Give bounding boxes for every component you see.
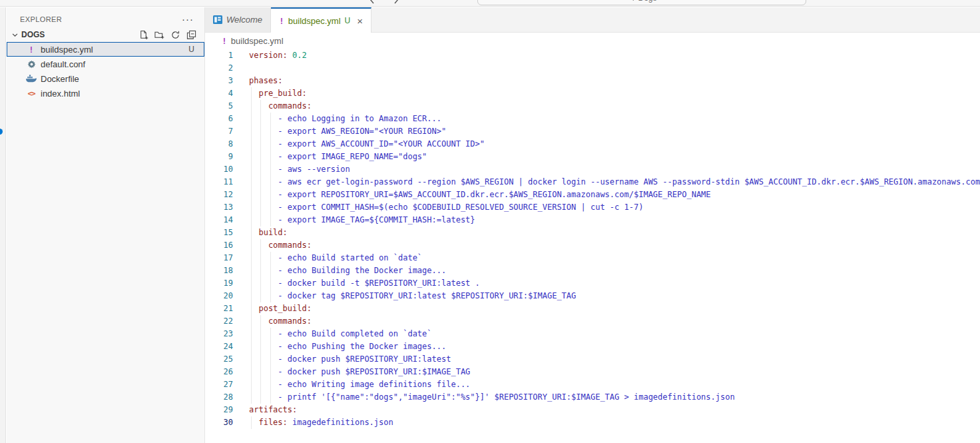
code-line-content: artifacts: — [249, 404, 297, 416]
line-number: 15 — [205, 226, 233, 239]
line-number: 26 — [205, 366, 233, 378]
code-editor[interactable]: 1version: 0.223phases:4 pre_build:5 comm… — [205, 49, 980, 443]
code-line[interactable]: 8 - export AWS_ACCOUNT_ID="<YOUR ACCOUNT… — [205, 138, 980, 151]
code-line[interactable]: 5 commands: — [205, 100, 980, 113]
new-folder-icon[interactable] — [154, 30, 164, 40]
code-line-content: - echo Writing image definitions file... — [249, 378, 470, 391]
indent-guide — [251, 416, 252, 429]
collapse-all-icon[interactable] — [186, 30, 196, 40]
explorer-sidebar: EXPLORER ··· DOGS !buildspec.ymlUdefault… — [7, 7, 205, 443]
file-item-index.html[interactable]: <>index.html — [7, 86, 204, 101]
code-line[interactable]: 3phases: — [205, 75, 980, 87]
code-line[interactable]: 2 — [205, 62, 980, 75]
welcome-icon — [213, 15, 222, 24]
indent-guide — [251, 113, 252, 125]
code-line[interactable]: 27 - echo Writing image definitions file… — [205, 378, 980, 391]
nav-forward-icon[interactable] — [391, 0, 401, 6]
tab-label: buildspec.yml — [288, 16, 341, 26]
code-line[interactable]: 18 - echo Building the Docker image... — [205, 264, 980, 277]
indent-guide — [251, 201, 252, 214]
code-line[interactable]: 9 - export IMAGE_REPO_NAME="dogs" — [205, 151, 980, 163]
code-line[interactable]: 20 - docker tag $REPOSITORY_URI:latest $… — [205, 290, 980, 302]
indent-guide — [260, 201, 261, 214]
line-number: 19 — [205, 277, 233, 290]
code-line-content: - export IMAGE_TAG=${COMMIT_HASH:=latest… — [249, 214, 475, 226]
indent-guide — [260, 391, 261, 404]
code-line-content: - printf '[{"name":"dogs","imageUri":"%s… — [249, 391, 735, 404]
code-line[interactable]: 4 pre_build: — [205, 87, 980, 100]
indent-guide — [251, 252, 252, 264]
tab-strip: Welcome!buildspec.ymlU× — [205, 7, 980, 33]
code-line[interactable]: 19 - docker build -t $REPOSITORY_URI:lat… — [205, 277, 980, 290]
breadcrumb[interactable]: ! buildspec.yml — [205, 33, 980, 49]
file-item-default.conf[interactable]: default.conf — [7, 57, 204, 71]
indent-guide — [260, 378, 261, 391]
file-label: default.conf — [41, 59, 85, 69]
code-line-content: - aws ecr get-login-password --region $A… — [249, 176, 980, 189]
line-number: 4 — [205, 87, 233, 100]
line-number: 6 — [205, 113, 233, 125]
indent-guide — [270, 151, 271, 163]
line-number: 12 — [205, 189, 233, 201]
indent-guide — [251, 151, 252, 163]
code-line[interactable]: 14 - export IMAGE_TAG=${COMMIT_HASH:=lat… — [205, 214, 980, 226]
code-line[interactable]: 29artifacts: — [205, 404, 980, 416]
code-line[interactable]: 16 commands: — [205, 239, 980, 252]
code-line[interactable]: 6 - echo Logging in to Amazon ECR... — [205, 113, 980, 125]
code-line[interactable]: 11 - aws ecr get-login-password --region… — [205, 176, 980, 189]
code-line-content: build: — [249, 226, 288, 239]
code-line[interactable]: 7 - export AWS_REGION="<YOUR REGION>" — [205, 125, 980, 138]
line-number: 27 — [205, 378, 233, 391]
indent-guide — [260, 113, 261, 125]
code-line[interactable]: 17 - echo Build started on `date` — [205, 252, 980, 264]
code-line[interactable]: 21 post_build: — [205, 302, 980, 315]
indent-guide — [251, 239, 252, 252]
command-center-search[interactable]: Dogs — [477, 0, 806, 5]
new-file-icon[interactable] — [138, 30, 148, 40]
line-number: 7 — [205, 125, 233, 138]
file-item-Dockerfile[interactable]: Dockerfile — [7, 71, 204, 86]
refresh-icon[interactable] — [170, 30, 180, 40]
line-number: 18 — [205, 264, 233, 277]
code-line-content: pre_build: — [249, 87, 307, 100]
code-line-content: - aws --version — [249, 163, 350, 176]
folder-row-dogs[interactable]: DOGS — [7, 27, 204, 42]
file-item-buildspec.yml[interactable]: !buildspec.ymlU — [7, 42, 204, 57]
tab-welcome[interactable]: Welcome — [205, 7, 271, 32]
code-line[interactable]: 10 - aws --version — [205, 163, 980, 176]
explorer-more-actions-icon[interactable]: ··· — [182, 17, 194, 22]
code-line[interactable]: 24 - echo Pushing the Docker images... — [205, 340, 980, 353]
code-line[interactable]: 22 commands: — [205, 315, 980, 328]
code-line[interactable]: 1version: 0.2 — [205, 49, 980, 62]
indent-guide — [251, 125, 252, 138]
tab-buildspec-yml[interactable]: !buildspec.ymlU× — [271, 7, 371, 33]
indent-guide — [260, 151, 261, 163]
nav-back-icon[interactable] — [368, 0, 377, 6]
code-line[interactable]: 13 - export COMMIT_HASH=$(echo $CODEBUIL… — [205, 201, 980, 214]
file-list: !buildspec.ymlUdefault.confDockerfile<>i… — [7, 42, 204, 101]
indent-guide — [260, 290, 261, 302]
code-line[interactable]: 28 - printf '[{"name":"dogs","imageUri":… — [205, 391, 980, 404]
line-number: 10 — [205, 163, 233, 176]
indent-guide — [251, 214, 252, 226]
indent-guide — [270, 125, 271, 138]
indent-guide — [251, 226, 252, 239]
indent-guide — [251, 277, 252, 290]
indent-guide — [270, 264, 271, 277]
close-icon[interactable]: × — [357, 16, 363, 26]
line-number: 13 — [205, 201, 233, 214]
indent-guide — [251, 378, 252, 391]
code-line[interactable]: 23 - echo Build completed on `date` — [205, 328, 980, 340]
code-line-content: commands: — [249, 100, 312, 113]
indent-guide — [251, 366, 252, 378]
code-line[interactable]: 25 - docker push $REPOSITORY_URI:latest — [205, 353, 980, 366]
explorer-header: EXPLORER ··· — [7, 7, 204, 27]
code-line[interactable]: 15 build: — [205, 226, 980, 239]
code-line[interactable]: 12 - export REPOSITORY_URI=$AWS_ACCOUNT_… — [205, 189, 980, 201]
line-number: 5 — [205, 100, 233, 113]
indent-guide — [270, 366, 271, 378]
code-line[interactable]: 30 files: imagedefinitions.json — [205, 416, 980, 429]
file-label: Dockerfile — [41, 74, 79, 84]
code-line[interactable]: 26 - docker push $REPOSITORY_URI:$IMAGE_… — [205, 366, 980, 378]
indent-guide — [251, 328, 252, 340]
